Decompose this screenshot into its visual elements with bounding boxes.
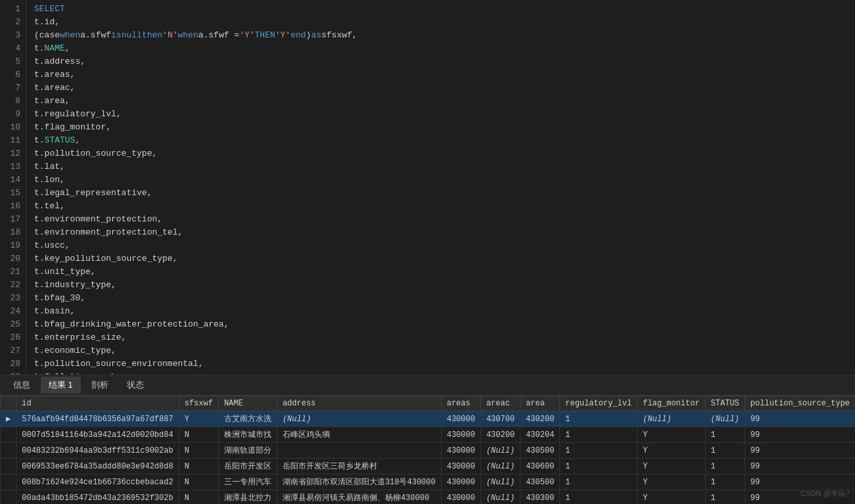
cell-regulatory_lvl: 1 xyxy=(560,443,637,459)
cell-pollution_source_type: 99 xyxy=(745,411,855,427)
code-line: t.NAME, xyxy=(34,42,855,55)
table-row[interactable]: 00483232b6944aa9b3dff5311c9002abN湖南轨道部分4… xyxy=(1,443,856,459)
cell-id: 00ada43bb185472db43a2369532f302b xyxy=(16,490,179,505)
tab-状态[interactable]: 状态 xyxy=(119,377,152,394)
cell-NAME: 三一专用汽车 xyxy=(218,474,277,490)
cell-flag_monitor: Y xyxy=(637,490,705,505)
col-header-address[interactable]: address xyxy=(277,396,441,411)
cell-regulatory_lvl: 1 xyxy=(560,459,637,474)
cell-address: 湖南省邵阳市双清区邵阳大道318号430000 xyxy=(277,474,441,490)
cell-NAME: 株洲市城市找 xyxy=(218,427,277,443)
cell-areac: (Null) xyxy=(480,490,520,505)
col-header-pollution_source_type[interactable]: pollution_source_type xyxy=(745,396,855,411)
line-number: 8 xyxy=(5,95,20,108)
line-number: 17 xyxy=(5,213,20,226)
code-line: t.uscc, xyxy=(34,239,855,252)
cell-sfsxwf: N xyxy=(179,427,218,443)
line-number: 15 xyxy=(5,187,20,200)
col-header-sfsxwf[interactable]: sfsxwf xyxy=(179,396,218,411)
line-number: 7 xyxy=(5,81,20,95)
table-row[interactable]: 00ada43bb185472db43a2369532f302bN湘潭县北控力湘… xyxy=(1,490,856,505)
code-token: ) xyxy=(306,29,312,42)
line-number: 21 xyxy=(5,265,20,279)
code-line: t.environment_protection, xyxy=(34,213,855,226)
code-content[interactable]: SELECT t.id, (case when a.sfwf is null t… xyxy=(26,0,855,375)
cell-areac: (Null) xyxy=(480,459,520,474)
tab-剖析[interactable]: 剖析 xyxy=(83,377,116,394)
code-line: SELECT xyxy=(34,3,855,16)
table-row[interactable]: 0007d51841164b3a942a142d0020bd84N株洲市城市找石… xyxy=(1,427,856,443)
line-number: 23 xyxy=(5,292,20,305)
code-token: t.unit_type, xyxy=(34,265,96,279)
col-header-area[interactable]: area xyxy=(520,396,560,411)
table-row[interactable]: 008b71624e924ce1b66736ccbebacad2N三一专用汽车湖… xyxy=(1,474,856,490)
cell-flag_monitor: Y xyxy=(637,459,705,474)
cell-sfsxwf: Y xyxy=(179,411,218,427)
cell-sfsxwf: N xyxy=(179,490,218,505)
line-numbers: 1234567891011121314151617181920212223242… xyxy=(0,0,26,375)
cell-areas: 430000 xyxy=(441,474,480,490)
col-header-areac[interactable]: areac xyxy=(480,396,520,411)
cell-address xyxy=(277,443,441,459)
code-token: t.address, xyxy=(34,55,85,68)
code-token: t.industry_type, xyxy=(34,279,116,292)
cell-regulatory_lvl: 1 xyxy=(560,411,637,427)
row-indicator xyxy=(1,443,16,459)
code-token: t.lon, xyxy=(34,173,65,187)
cell-NAME: 湖南轨道部分 xyxy=(218,443,277,459)
code-token: (case xyxy=(34,29,60,42)
code-token: 'Y' xyxy=(275,29,290,42)
table-row[interactable]: 0069533ee6784a35addd80e3e942d8d8N岳阳市开发区岳… xyxy=(1,459,856,474)
cell-areas: 430000 xyxy=(441,443,480,459)
code-token: t.bfag_drinking_water_protection_area, xyxy=(34,318,229,331)
col-header-areas[interactable]: areas xyxy=(441,396,480,411)
tab-信息[interactable]: 信息 xyxy=(5,377,38,394)
line-number: 6 xyxy=(5,68,20,81)
line-number: 5 xyxy=(5,55,20,68)
line-number: 16 xyxy=(5,200,20,213)
line-number: 26 xyxy=(5,331,20,344)
col-header-STATUS[interactable]: STATUS xyxy=(705,396,745,411)
cell-pollution_source_type: 99 xyxy=(745,443,855,459)
table-row[interactable]: ▶576aafb94fd84478b6356a97a67df887Y古艾南方水洗… xyxy=(1,411,856,427)
code-token: t.enterprise_size, xyxy=(34,331,126,344)
cell-areas: 430000 xyxy=(441,490,480,505)
cell-areas: 430000 xyxy=(441,427,480,443)
code-editor: 1234567891011121314151617181920212223242… xyxy=(0,0,855,375)
col-header-NAME[interactable]: NAME xyxy=(218,396,277,411)
cell-address: (Null) xyxy=(277,411,441,427)
cell-NAME: 湘潭县北控力 xyxy=(218,490,277,505)
code-line: t.areas, xyxy=(34,68,855,81)
code-token: t.tel, xyxy=(34,200,65,213)
code-line: t.STATUS, xyxy=(34,134,855,147)
cell-id: 576aafb94fd84478b6356a97a67df887 xyxy=(16,411,179,427)
code-line: t.lon, xyxy=(34,173,855,187)
line-number: 13 xyxy=(5,160,20,173)
cell-sfsxwf: N xyxy=(179,443,218,459)
code-line: t.environment_protection_tel, xyxy=(34,226,855,239)
cell-area: 430204 xyxy=(520,427,560,443)
cell-areac: 430200 xyxy=(480,427,520,443)
cell-NAME: 古艾南方水洗 xyxy=(218,411,277,427)
code-token: t.bfag_30, xyxy=(34,292,85,305)
code-token: a.sfwf = xyxy=(198,29,239,42)
code-line: t.legal_representative, xyxy=(34,187,855,200)
line-number: 3 xyxy=(5,29,20,42)
line-number: 19 xyxy=(5,239,20,252)
code-token: is xyxy=(111,29,122,42)
cell-area: 430200 xyxy=(520,411,560,427)
code-line: t.address, xyxy=(34,55,855,68)
code-line: t.areac, xyxy=(34,81,855,95)
cell-flag_monitor: Y xyxy=(637,427,705,443)
code-line: t.lat, xyxy=(34,160,855,173)
col-header-id[interactable]: id xyxy=(16,396,179,411)
col-header-flag_monitor[interactable]: flag_monitor xyxy=(637,396,705,411)
code-token: , xyxy=(75,134,80,147)
tab-结果-1[interactable]: 结果 1 xyxy=(41,377,81,394)
line-number: 14 xyxy=(5,173,20,187)
code-line: t.bfag_30, xyxy=(34,292,855,305)
cell-regulatory_lvl: 1 xyxy=(560,427,637,443)
line-number: 2 xyxy=(5,16,20,29)
col-header-regulatory_lvl[interactable]: regulatory_lvl xyxy=(560,396,637,411)
results-area[interactable]: idsfsxwfNAMEaddressareasareacarearegulat… xyxy=(0,396,855,504)
